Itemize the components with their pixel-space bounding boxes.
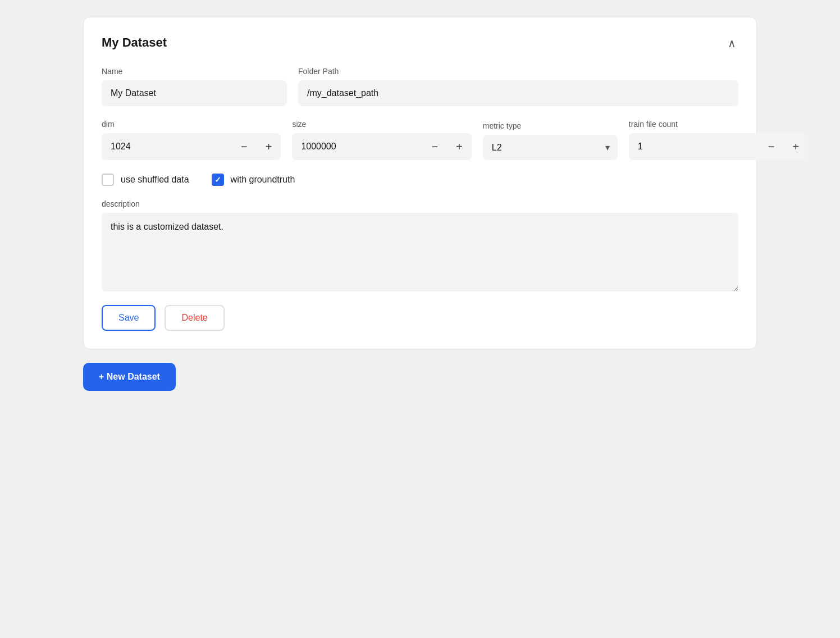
size-value[interactable] [292, 134, 422, 160]
metric-label: metric type [483, 121, 618, 130]
collapse-icon[interactable]: ∧ [725, 35, 738, 51]
size-stepper: − + [292, 133, 471, 160]
metric-select[interactable]: L2 IP Cosine [483, 135, 618, 160]
card-title: My Dataset [102, 35, 167, 50]
name-input[interactable] [102, 80, 287, 106]
folder-label: Folder Path [298, 67, 738, 76]
form-section: Name Folder Path dim − + [102, 67, 738, 331]
action-row: Save Delete [102, 305, 738, 331]
dim-value[interactable] [102, 134, 232, 160]
train-value[interactable] [629, 134, 759, 160]
size-group: size − + [292, 120, 471, 160]
size-plus-button[interactable]: + [447, 133, 472, 160]
with-groundtruth-checkbox-item[interactable]: with groundtruth [212, 174, 295, 186]
size-label: size [292, 120, 471, 129]
name-group: Name [102, 67, 287, 106]
with-groundtruth-checkbox[interactable] [212, 174, 224, 186]
use-shuffled-checkbox-item[interactable]: use shuffled data [102, 174, 189, 186]
with-groundtruth-label: with groundtruth [231, 175, 295, 185]
description-textarea[interactable]: this is a customized dataset. [102, 213, 738, 291]
use-shuffled-label: use shuffled data [121, 175, 189, 185]
description-group: description this is a customized dataset… [102, 199, 738, 291]
delete-button[interactable]: Delete [165, 305, 224, 331]
folder-input[interactable] [298, 80, 738, 106]
train-group: train file count − + [629, 120, 808, 160]
dataset-card: My Dataset ∧ Name Folder Path dim [83, 17, 757, 349]
save-button[interactable]: Save [102, 305, 156, 331]
dim-stepper: − + [102, 133, 281, 160]
metric-select-group: L2 IP Cosine ▾ [483, 135, 618, 160]
name-folder-row: Name Folder Path [102, 67, 738, 106]
name-label: Name [102, 67, 287, 76]
use-shuffled-checkbox[interactable] [102, 174, 114, 186]
train-stepper: − + [629, 133, 808, 160]
dim-plus-button[interactable]: + [257, 133, 281, 160]
dim-size-row: dim − + size − + metric [102, 120, 738, 160]
train-label: train file count [629, 120, 808, 129]
train-minus-button[interactable]: − [759, 133, 784, 160]
folder-group: Folder Path [298, 67, 738, 106]
new-dataset-button[interactable]: + New Dataset [83, 363, 176, 391]
metric-group: metric type L2 IP Cosine ▾ [483, 121, 618, 160]
page-wrapper: My Dataset ∧ Name Folder Path dim [83, 17, 757, 391]
dim-group: dim − + [102, 120, 281, 160]
dim-minus-button[interactable]: − [232, 133, 257, 160]
checkbox-row: use shuffled data with groundtruth [102, 174, 738, 186]
train-plus-button[interactable]: + [783, 133, 808, 160]
description-label: description [102, 199, 738, 208]
size-minus-button[interactable]: − [422, 133, 447, 160]
dim-label: dim [102, 120, 281, 129]
card-header: My Dataset ∧ [102, 35, 738, 51]
